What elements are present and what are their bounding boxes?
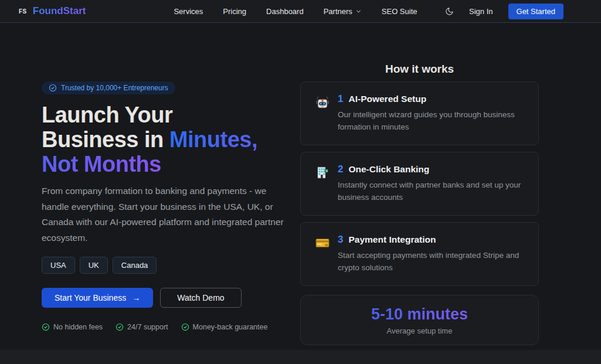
- brand-logo-mark: FS: [19, 8, 27, 15]
- moon-icon: [445, 7, 454, 16]
- nav-link-services[interactable]: Services: [174, 7, 203, 16]
- country-pill-canada[interactable]: Canada: [113, 257, 157, 274]
- step-title: AI-Powered Setup: [348, 94, 426, 104]
- setup-time-value: 5-10 minutes: [371, 305, 468, 324]
- trust-badge: Trusted by 10,000+ Entrepreneurs: [42, 81, 175, 94]
- how-it-works-column: How it works 1: [300, 63, 539, 345]
- top-navbar: FS FoundStart Services Pricing Dashboard…: [0, 0, 601, 23]
- country-pill-uk[interactable]: UK: [80, 257, 108, 274]
- nav-link-pricing[interactable]: Pricing: [223, 7, 246, 16]
- step-title: One-Click Banking: [348, 164, 429, 175]
- arrow-right-icon: →: [132, 293, 140, 302]
- step-description: Instantly connect with partner banks and…: [338, 179, 524, 204]
- nav-link-seo-suite[interactable]: SEO Suite: [382, 7, 417, 16]
- setup-time-label: Average setup time: [307, 326, 532, 335]
- nav-links: Services Pricing Dashboard Partners SEO …: [174, 7, 445, 16]
- step-card-ai-setup: 1 AI-Powered Setup Our intelligent wizar…: [300, 81, 539, 145]
- robot-icon: [315, 94, 330, 134]
- cta-row: Start Your Business → Watch Demo: [42, 288, 300, 308]
- step-number: 2: [338, 164, 343, 175]
- hero-heading: Launch Your Business in Minutes, Not Mon…: [42, 103, 300, 176]
- country-pill-usa[interactable]: USA: [42, 257, 75, 274]
- check-circle-icon: [49, 84, 57, 92]
- theme-toggle-button[interactable]: [445, 7, 454, 16]
- next-section-edge: [0, 350, 601, 364]
- sign-in-button[interactable]: Sign In: [469, 7, 493, 16]
- step-content: 2 One-Click Banking Instantly connect wi…: [338, 164, 524, 204]
- start-business-button[interactable]: Start Your Business →: [42, 288, 153, 308]
- feature-guarantee: Money-back guarantee: [181, 323, 268, 331]
- step-card-banking: 2 One-Click Banking Instantly connect wi…: [300, 152, 539, 216]
- step-number: 1: [338, 93, 343, 105]
- step-content: 1 AI-Powered Setup Our intelligent wizar…: [338, 93, 524, 134]
- step-description: Our intelligent wizard guides you throug…: [338, 109, 524, 134]
- step-number: 3: [338, 234, 343, 246]
- hero-left-column: Trusted by 10,000+ Entrepreneurs Launch …: [42, 63, 300, 345]
- nav-link-dashboard[interactable]: Dashboard: [266, 7, 304, 16]
- chevron-down-icon: [355, 8, 362, 15]
- feature-row: No hidden fees 24/7 support Money-back g…: [42, 323, 300, 331]
- bank-icon: [315, 165, 330, 204]
- feature-support: 24/7 support: [116, 323, 168, 331]
- watch-demo-button[interactable]: Watch Demo: [160, 288, 241, 308]
- step-title: Payment Integration: [348, 234, 436, 245]
- feature-no-hidden-fees: No hidden fees: [42, 323, 103, 331]
- nav-link-partners[interactable]: Partners: [324, 7, 362, 16]
- get-started-button[interactable]: Get Started: [508, 4, 563, 19]
- check-circle-icon: [116, 323, 124, 331]
- hero-section: Trusted by 10,000+ Entrepreneurs Launch …: [0, 23, 601, 345]
- credit-card-icon: [315, 235, 330, 274]
- check-circle-icon: [181, 323, 189, 331]
- step-card-payments: 3 Payment Integration Start accepting pa…: [300, 222, 539, 286]
- trust-badge-label: Trusted by 10,000+ Entrepreneurs: [61, 84, 168, 92]
- setup-time-card: 5-10 minutes Average setup time: [300, 295, 539, 345]
- country-pills: USA UK Canada: [42, 257, 300, 274]
- how-it-works-title: How it works: [300, 63, 539, 76]
- hero-heading-accent-2: Not Months: [42, 152, 161, 176]
- brand-logo[interactable]: FS FoundStart: [19, 5, 86, 17]
- check-circle-icon: [42, 323, 50, 331]
- brand-name: FoundStart: [33, 5, 86, 17]
- step-content: 3 Payment Integration Start accepting pa…: [338, 234, 524, 274]
- step-description: Start accepting payments with integrated…: [338, 250, 524, 274]
- hero-description: From company formation to banking and pa…: [42, 183, 287, 246]
- hero-heading-accent-1: Minutes,: [169, 127, 257, 152]
- nav-right-group: Sign In Get Started: [445, 4, 563, 19]
